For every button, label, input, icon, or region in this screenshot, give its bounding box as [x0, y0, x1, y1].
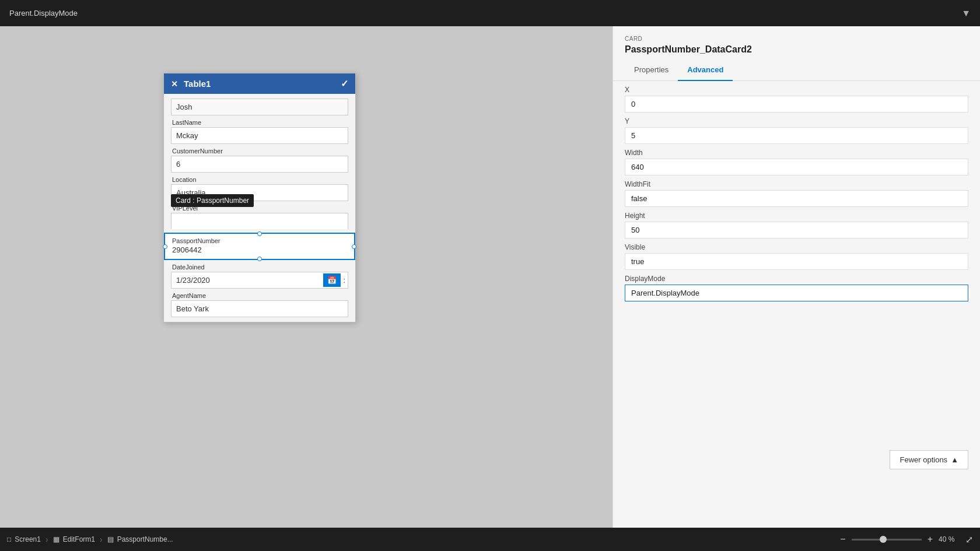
zoom-slider-thumb[interactable] [880, 536, 887, 543]
card-name: PassportNumber_DataCard2 [625, 44, 968, 55]
top-bar-title: Parent.DisplayMode [9, 9, 78, 17]
panel-tabs: Properties Advanced [613, 59, 980, 81]
prop-label-x: X [625, 86, 968, 94]
passportnumber-value: 2906442 [172, 244, 347, 255]
location-label: Location [171, 176, 348, 183]
close-icon[interactable]: ✕ [171, 79, 178, 89]
field-group-viplevel: VIPLevel Card : PassportNumber [171, 205, 348, 229]
agentname-label: AgentName [171, 292, 348, 299]
zoom-in-button[interactable]: + [925, 533, 935, 546]
right-panel: CARD PassportNumber_DataCard2 Properties… [612, 26, 980, 551]
prop-label-displaymode: DisplayMode [625, 275, 968, 283]
resize-handle-left[interactable] [163, 244, 167, 249]
form-header-left: ✕ Table1 [171, 79, 211, 89]
tab-properties[interactable]: Properties [625, 59, 678, 81]
selected-card[interactable]: PassportNumber 2906442 [164, 233, 355, 260]
prop-label-widthfit: WidthFit [625, 180, 968, 188]
resize-handle-top[interactable] [257, 231, 262, 236]
panel-card-info: CARD PassportNumber_DataCard2 [613, 26, 980, 59]
top-bar: Parent.DisplayMode ▼ [0, 0, 980, 26]
datejoined-label: DateJoined [171, 264, 348, 271]
resize-handle-right[interactable] [352, 244, 356, 249]
form-title: Table1 [184, 79, 211, 89]
breadcrumb-sep-2: › [100, 535, 103, 544]
canvas-area: ✕ Table1 ✓ LastName CustomerNumber [0, 26, 612, 551]
passport-card-content: PassportNumber 2906442 [172, 234, 347, 259]
card-tooltip: Card : PassportNumber [171, 194, 254, 207]
viplevel-input[interactable] [171, 213, 348, 229]
field-group-agentname: AgentName [171, 292, 348, 317]
prop-row-widthfit: WidthFit [625, 180, 968, 207]
zoom-out-button[interactable]: − [838, 533, 848, 546]
prop-value-y[interactable] [625, 127, 968, 144]
prop-value-height[interactable] [625, 222, 968, 238]
check-icon[interactable]: ✓ [341, 78, 348, 89]
prop-value-width[interactable] [625, 159, 968, 176]
prop-value-displaymode[interactable] [625, 285, 968, 301]
lastname-label: LastName [171, 119, 348, 126]
lastname-input[interactable] [171, 127, 348, 144]
calendar-icon[interactable]: 📅 [323, 273, 341, 287]
datejoined-input[interactable] [172, 272, 323, 288]
fewer-options-label: Fewer options [900, 455, 947, 464]
field-group-firstname [171, 99, 348, 115]
passportnumber-label: PassportNumber [172, 237, 347, 244]
card-label: CARD [625, 36, 968, 42]
prop-row-visible: Visible [625, 243, 968, 270]
form-body: LastName CustomerNumber Location VIPLeve… [164, 94, 355, 322]
form-container: ✕ Table1 ✓ LastName CustomerNumber [163, 73, 356, 322]
prop-label-height: Height [625, 212, 968, 220]
card-icon: ▤ [107, 535, 114, 543]
field-group-lastname: LastName [171, 119, 348, 144]
prop-value-widthfit[interactable] [625, 190, 968, 207]
date-colon: : [341, 276, 348, 285]
expand-icon[interactable]: ⤢ [965, 534, 973, 545]
form-icon: ▦ [53, 535, 60, 543]
zoom-slider[interactable] [852, 539, 922, 541]
customernumber-input[interactable] [171, 156, 348, 173]
prop-row-displaymode: DisplayMode [625, 275, 968, 301]
customernumber-label: CustomerNumber [171, 148, 348, 155]
breadcrumb-card[interactable]: ▤ PassportNumbe... [107, 535, 173, 543]
breadcrumb-form[interactable]: ▦ EditForm1 [53, 535, 95, 543]
agentname-input[interactable] [171, 300, 348, 317]
chevron-down-icon[interactable]: ▼ [961, 8, 971, 19]
form-header: ✕ Table1 ✓ [164, 73, 355, 94]
prop-label-visible: Visible [625, 243, 968, 251]
prop-row-y: Y [625, 117, 968, 144]
screen-icon: □ [7, 535, 11, 543]
prop-row-height: Height [625, 212, 968, 238]
chevron-up-icon: ▲ [951, 455, 958, 464]
tab-advanced[interactable]: Advanced [678, 59, 733, 81]
field-group-datejoined: DateJoined 📅 : [171, 264, 348, 289]
breadcrumb-card-label: PassportNumbe... [117, 535, 173, 543]
fewer-options-button[interactable]: Fewer options ▲ [890, 450, 968, 469]
prop-label-y: Y [625, 117, 968, 125]
zoom-value: 40 % [939, 535, 962, 543]
field-group-customernumber: CustomerNumber [171, 148, 348, 173]
date-field-wrapper: 📅 : [171, 272, 348, 289]
firstname-input[interactable] [171, 99, 348, 115]
prop-value-x[interactable] [625, 96, 968, 113]
breadcrumb-screen-label: Screen1 [15, 535, 41, 543]
prop-row-x: X [625, 86, 968, 113]
prop-label-width: Width [625, 149, 968, 157]
prop-row-width: Width [625, 149, 968, 176]
zoom-controls: − + 40 % ⤢ [838, 533, 973, 546]
breadcrumb-screen[interactable]: □ Screen1 [7, 535, 41, 543]
breadcrumb-form-label: EditForm1 [63, 535, 95, 543]
breadcrumb-sep-1: › [46, 535, 48, 544]
bottom-bar: □ Screen1 › ▦ EditForm1 › ▤ PassportNumb… [0, 528, 980, 551]
prop-value-visible[interactable] [625, 253, 968, 270]
resize-handle-bottom[interactable] [257, 257, 262, 261]
